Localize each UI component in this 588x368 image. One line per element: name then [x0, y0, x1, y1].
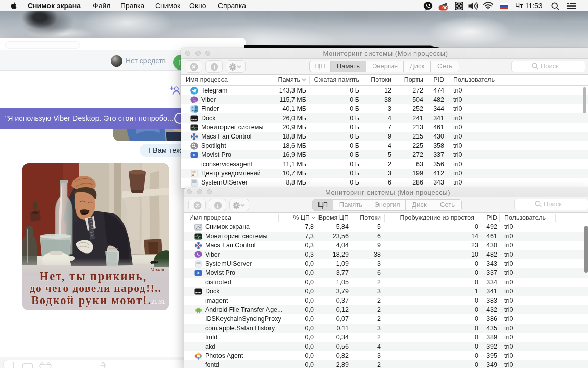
svg-text:i: i [217, 202, 218, 209]
svg-text:–90: –90 [439, 5, 448, 10]
svg-text:Нет, ты прикинь,: Нет, ты прикинь, [40, 270, 148, 283]
svg-text:i: i [213, 64, 215, 70]
svg-text:Милая: Милая [150, 267, 164, 272]
svg-text:до чего довели народ!!..: до чего довели народ!!.. [30, 282, 161, 294]
svg-text:Водкой руки моют!.: Водкой руки моют!. [31, 294, 152, 307]
svg-text:21:31: 21:31 [151, 298, 165, 305]
